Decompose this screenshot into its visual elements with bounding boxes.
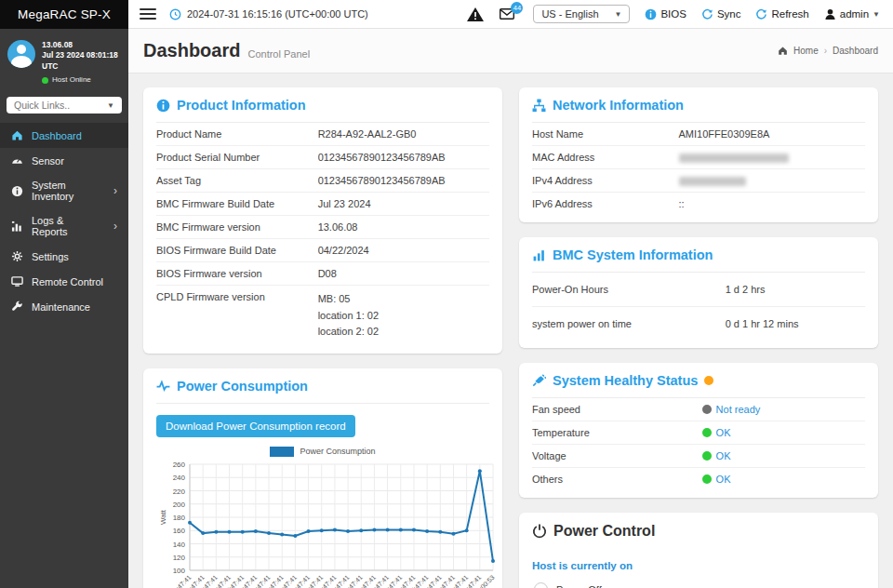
row-label: BIOS Firmware version: [156, 268, 318, 279]
user-menu[interactable]: admin ▼: [824, 8, 880, 20]
sidebar-item-dashboard[interactable]: Dashboard: [0, 123, 128, 148]
row-label: BMC Firmware version: [156, 221, 318, 233]
bios-label: BIOS: [660, 8, 686, 20]
refresh-button[interactable]: Refresh: [755, 8, 808, 20]
mac-address-redacted: [679, 154, 789, 163]
bmc-system-information-card: BMC System Information Power-On Hours 1 …: [519, 237, 878, 348]
sidebar-item-label: Remote Control: [32, 276, 103, 287]
warning-icon[interactable]: [466, 7, 485, 22]
row-value: D08: [318, 268, 489, 279]
status-dot-green: [702, 474, 712, 484]
chevron-right-icon: ›: [113, 220, 117, 233]
row-label: IPv4 Address: [532, 175, 679, 186]
bios-button[interactable]: BIOS: [645, 8, 686, 20]
overall-health-dot: [704, 376, 713, 385]
power-consumption-card: Power Consumption Download Power Consump…: [143, 368, 502, 588]
sidebar-item-sensor[interactable]: Sensor: [0, 148, 128, 173]
legend-label: Power Consumption: [300, 447, 375, 456]
status-badge[interactable]: OK: [716, 427, 731, 438]
sync-icon: [701, 8, 713, 20]
row-label: system power on time: [532, 318, 726, 329]
table-row: IPv4 Address: [532, 169, 865, 193]
svg-text:200: 200: [173, 501, 186, 509]
info-icon: [156, 99, 170, 113]
row-value: 04/22/2024: [318, 245, 489, 256]
product-information-card: Product Information Product Name R284-A9…: [143, 87, 502, 354]
svg-text:160: 160: [173, 527, 186, 535]
breadcrumb: Home › Dashboard: [778, 46, 878, 56]
status-badge[interactable]: OK: [716, 450, 731, 461]
refresh-label: Refresh: [771, 8, 808, 20]
row-value: R284-A92-AAL2-GB0: [318, 128, 489, 140]
sidebar-item-logs-reports[interactable]: Logs & Reports ›: [0, 208, 128, 244]
sidebar-item-label: Settings: [32, 251, 69, 262]
breadcrumb-home[interactable]: Home: [793, 46, 819, 56]
gauge-icon: [11, 154, 23, 167]
gear-icon: [11, 250, 23, 262]
host-power-status: Host is currently on: [532, 560, 865, 571]
sidebar-item-label: Sensor: [32, 155, 64, 167]
quick-links-placeholder: Quick Links..: [14, 100, 70, 111]
table-row: Temperature OK: [532, 421, 865, 445]
row-label: BIOS Firmware Build Date: [156, 245, 318, 256]
system-healthy-status-card: System Healthy Status Fan speed Not read…: [519, 363, 878, 498]
sidebar-item-system-inventory[interactable]: System Inventory ›: [0, 173, 128, 208]
sync-label: Sync: [717, 8, 741, 20]
status-badge[interactable]: Not ready: [716, 404, 761, 415]
sidebar-nav: Dashboard Sensor System Inventory ›: [0, 123, 128, 319]
notifications-mail[interactable]: 44: [500, 8, 514, 20]
card-title: Power Consumption: [177, 379, 308, 394]
table-row: Product Serial Number 012345678901234567…: [156, 146, 489, 169]
bar-chart-icon: [11, 220, 23, 233]
row-label: IPv6 Address: [532, 198, 679, 209]
row-value: 01234567890123456789AB: [318, 175, 489, 186]
network-icon: [532, 99, 546, 113]
row-value: 0 d 1 hr 12 mins: [726, 318, 865, 329]
row-label: Others: [532, 474, 702, 485]
table-row: Others OK: [532, 468, 865, 490]
ipv4-address-redacted: [679, 177, 746, 186]
svg-text:260: 260: [173, 461, 186, 469]
power-off-option[interactable]: Power Off: [532, 575, 865, 588]
quick-links-select[interactable]: Quick Links.. ▼: [7, 97, 122, 114]
row-value: MB: 05 location 1: 02 location 2: 02: [318, 291, 489, 341]
row-label: CPLD Firmware version: [156, 291, 318, 302]
status-dot-green: [702, 451, 712, 461]
language-value: US - English: [541, 8, 598, 20]
table-row: IPv6 Address ::: [532, 193, 865, 215]
svg-text:180: 180: [173, 514, 186, 522]
breadcrumb-current: Dashboard: [833, 46, 878, 56]
status-dot-gray: [702, 405, 712, 414]
home-icon: [778, 46, 788, 56]
sidebar-item-remote-control[interactable]: Remote Control: [0, 269, 128, 294]
sync-button[interactable]: Sync: [701, 8, 741, 20]
chart-legend: Power Consumption: [156, 447, 489, 457]
avatar: [7, 40, 35, 68]
info-icon: [645, 8, 657, 20]
hamburger-menu-icon[interactable]: [140, 8, 156, 20]
host-online-dot: [42, 77, 48, 84]
table-row: Power-On Hours 1 d 2 hrs: [532, 273, 865, 307]
table-row: Asset Tag 01234567890123456789AB: [156, 169, 489, 193]
status-badge[interactable]: OK: [716, 474, 731, 485]
datetime-text: 2024-07-31 16:15:16 (UTC+00:00 UTC): [187, 8, 368, 20]
radio-button[interactable]: [534, 582, 548, 588]
table-row: BIOS Firmware Build Date 04/22/2024: [156, 239, 489, 262]
row-label: Fan speed: [532, 404, 702, 415]
sidebar-item-label: Dashboard: [32, 130, 82, 141]
card-title: BMC System Information: [553, 247, 713, 262]
legend-swatch: [270, 447, 294, 457]
sidebar-item-maintenance[interactable]: Maintenance: [0, 294, 128, 319]
language-select[interactable]: US - English ▼: [533, 5, 630, 23]
row-label: BMC Firmware Build Date: [156, 198, 318, 209]
card-title: Power Control: [553, 523, 655, 540]
card-title: System Healthy Status: [553, 373, 698, 388]
sidebar-user-block: 13.06.08 Jul 23 2024 08:01:18 UTC Host O…: [0, 29, 128, 93]
row-value: ::: [679, 198, 865, 209]
header-datetime: 2024-07-31 16:15:16 (UTC+00:00 UTC): [169, 8, 368, 20]
download-power-record-button[interactable]: Download Power Consumption record: [156, 415, 355, 437]
page-header: Dashboard Control Panel Home › Dashboard: [128, 29, 893, 74]
svg-text:Watt: Watt: [159, 509, 167, 525]
sidebar-item-settings[interactable]: Settings: [0, 244, 128, 269]
clock-icon: [169, 8, 181, 20]
